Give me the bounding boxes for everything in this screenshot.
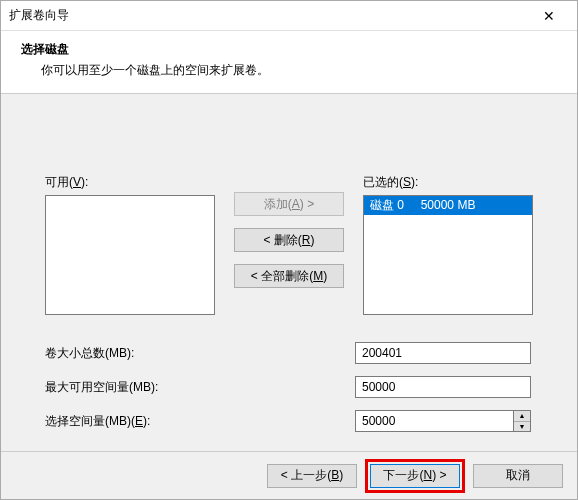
page-description: 你可以用至少一个磁盘上的空间来扩展卷。: [41, 62, 557, 79]
total-size-label: 卷大小总数(MB):: [45, 345, 355, 362]
available-label-post: ):: [81, 175, 88, 189]
next-key: N: [423, 468, 432, 482]
max-space-value: [355, 376, 531, 398]
back-key: B: [331, 468, 339, 482]
remove-all-button[interactable]: < 全部删除(M): [234, 264, 344, 288]
selected-listbox[interactable]: 磁盘 0 50000 MB: [363, 195, 533, 315]
spinner-buttons: ▲ ▼: [513, 410, 531, 432]
list-item[interactable]: 磁盘 0 50000 MB: [364, 196, 532, 215]
select-space-key: E: [135, 414, 143, 428]
add-key: A: [292, 197, 300, 211]
selected-label-pre: 已选的(: [363, 175, 403, 189]
transfer-buttons: 添加(A) > < 删除(R) < 全部删除(M): [215, 174, 363, 288]
remove-all-post: ): [323, 269, 327, 283]
select-space-spinner: ▲ ▼: [355, 410, 531, 432]
total-size-row: 卷大小总数(MB):: [45, 341, 533, 365]
window-title: 扩展卷向导: [9, 7, 529, 24]
back-post: ): [339, 468, 343, 482]
add-button[interactable]: 添加(A) >: [234, 192, 344, 216]
back-pre: < 上一步(: [281, 468, 331, 482]
next-post: ) >: [432, 468, 446, 482]
next-pre: 下一步(: [383, 468, 423, 482]
add-pre: 添加(: [264, 197, 292, 211]
disk-lists-row: 可用(V): 添加(A) > < 删除(R) < 全部删除(M) 已选的(S):: [45, 174, 533, 315]
available-label: 可用(V):: [45, 174, 215, 191]
next-button-highlight: 下一步(N) >: [365, 459, 465, 493]
fields: 卷大小总数(MB): 最大可用空间量(MB): 选择空间量(MB)(E): ▲ …: [45, 341, 533, 433]
remove-button[interactable]: < 删除(R): [234, 228, 344, 252]
select-space-input[interactable]: [355, 410, 513, 432]
available-label-key: V: [73, 175, 81, 189]
max-space-label: 最大可用空间量(MB):: [45, 379, 355, 396]
footer: < 上一步(B) 下一步(N) > 取消: [1, 451, 577, 499]
select-space-row: 选择空间量(MB)(E): ▲ ▼: [45, 409, 533, 433]
remove-pre: < 删除(: [263, 233, 301, 247]
wizard-window: 扩展卷向导 ✕ 选择磁盘 你可以用至少一个磁盘上的空间来扩展卷。 可用(V): …: [0, 0, 578, 500]
available-listbox[interactable]: [45, 195, 215, 315]
select-space-pre: 选择空间量(MB)(: [45, 414, 135, 428]
header: 选择磁盘 你可以用至少一个磁盘上的空间来扩展卷。: [1, 31, 577, 94]
spin-down-icon[interactable]: ▼: [514, 422, 530, 432]
remove-all-key: M: [313, 269, 323, 283]
body: 可用(V): 添加(A) > < 删除(R) < 全部删除(M) 已选的(S):: [1, 94, 577, 453]
available-label-pre: 可用(: [45, 175, 73, 189]
next-button[interactable]: 下一步(N) >: [370, 464, 460, 488]
remove-all-pre: < 全部删除(: [251, 269, 313, 283]
total-size-value: [355, 342, 531, 364]
back-button[interactable]: < 上一步(B): [267, 464, 357, 488]
available-column: 可用(V):: [45, 174, 215, 315]
spin-up-icon[interactable]: ▲: [514, 411, 530, 422]
titlebar: 扩展卷向导 ✕: [1, 1, 577, 31]
selected-label-post: ):: [411, 175, 418, 189]
add-post: ) >: [300, 197, 314, 211]
cancel-button[interactable]: 取消: [473, 464, 563, 488]
select-space-label: 选择空间量(MB)(E):: [45, 413, 355, 430]
page-heading: 选择磁盘: [21, 41, 557, 58]
selected-label-key: S: [403, 175, 411, 189]
remove-key: R: [302, 233, 311, 247]
remove-post: ): [311, 233, 315, 247]
select-space-post: ):: [143, 414, 150, 428]
selected-label: 已选的(S):: [363, 174, 533, 191]
selected-column: 已选的(S): 磁盘 0 50000 MB: [363, 174, 533, 315]
close-icon[interactable]: ✕: [529, 8, 569, 24]
max-space-row: 最大可用空间量(MB):: [45, 375, 533, 399]
